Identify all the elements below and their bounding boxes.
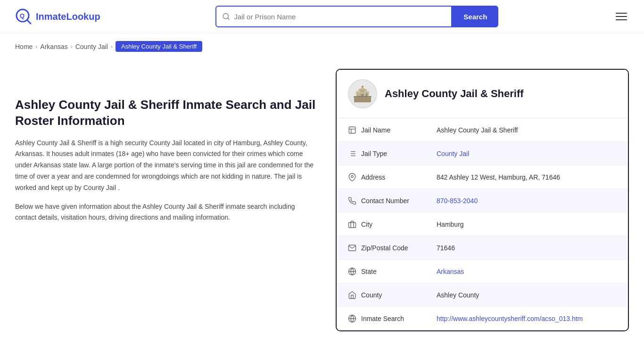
zip-icon [348,244,361,252]
page-title: Ashley County Jail & Sheriff Inmate Sear… [15,97,317,129]
logo-text: InmateLookup [36,11,100,22]
info-card: Ashley County Jail & Sheriff Jail Name A… [336,69,629,331]
svg-line-4 [228,18,229,19]
hamburger-line-1 [616,13,627,14]
svg-rect-15 [358,91,360,97]
zip-label: Zip/Postal Code [361,244,437,252]
breadcrumb-chevron-3: › [111,43,113,50]
search-input-wrap [215,6,452,27]
jail-type-value: County Jail [437,150,617,157]
main-content: Ashley County Jail & Sheriff Inmate Sear… [0,59,644,350]
address-value: 842 Ashley 12 West, Hamburg, AR, 71646 [437,173,617,181]
table-row: State Arkansas [337,260,628,283]
hamburger-menu-button[interactable] [614,11,629,22]
table-row: Address 842 Ashley 12 West, Hamburg, AR,… [337,165,628,189]
breadcrumb-chevron-2: › [71,43,73,50]
breadcrumb-county-jail[interactable]: County Jail [75,43,108,50]
card-title: Ashley County Jail & Sheriff [385,88,524,100]
city-icon [348,220,361,229]
state-icon [348,267,361,276]
svg-rect-17 [368,91,370,97]
state-label: State [361,268,437,275]
hamburger-line-2 [616,16,627,17]
inmate-search-value: http://www.ashleycountysheriff.com/acso_… [437,315,617,322]
svg-rect-14 [356,91,357,97]
jail-type-link[interactable]: County Jail [437,150,469,157]
jail-type-icon [348,149,361,158]
svg-rect-18 [354,96,372,97]
inmate-search-label: Inmate Search [361,315,437,322]
state-value: Arkansas [437,268,617,275]
info-table: Jail Name Ashley County Jail & Sheriff J… [337,118,628,330]
contact-number-value: 870-853-2040 [437,197,617,205]
breadcrumb-home[interactable]: Home [15,43,33,50]
svg-rect-12 [362,87,363,90]
jail-name-icon [348,126,361,134]
svg-rect-19 [349,127,355,133]
breadcrumb-arkansas[interactable]: Arkansas [40,43,67,50]
inmate-search-icon [348,314,361,323]
search-input[interactable] [234,13,446,21]
breadcrumb-chevron-1: › [35,43,37,50]
jail-name-value: Ashley County Jail & Sheriff [437,126,617,134]
svg-marker-13 [361,85,364,87]
search-button[interactable]: Search [452,6,498,27]
logo[interactable]: Q InmateLookup [15,8,100,25]
city-label: City [361,221,437,228]
table-row: Inmate Search http://www.ashleycountyshe… [337,307,628,330]
contact-number-link[interactable]: 870-853-2040 [437,197,478,205]
table-row: Jail Type County Jail [337,142,628,165]
search-bar: Search [215,6,498,27]
jail-avatar [348,79,377,108]
svg-rect-29 [349,222,356,228]
table-row: County Ashley County [337,283,628,307]
svg-rect-16 [364,91,366,97]
logo-icon: Q [15,8,32,25]
county-label: County [361,291,437,299]
table-row: Contact Number 870-853-2040 [337,189,628,213]
jail-building-icon [352,83,373,104]
state-link[interactable]: Arkansas [437,268,464,275]
city-value: Hamburg [437,221,617,228]
phone-icon [348,197,361,205]
inmate-search-link[interactable]: http://www.ashleycountysheriff.com/acso_… [437,315,583,322]
left-column: Ashley County Jail & Sheriff Inmate Sear… [15,69,317,231]
search-icon [222,12,230,21]
zip-value: 71646 [437,244,617,252]
site-header: Q InmateLookup Search [0,0,644,33]
svg-text:Q: Q [20,12,25,19]
county-icon [348,291,361,299]
breadcrumb: Home › Arkansas › County Jail › Ashley C… [0,33,644,59]
table-row: Zip/Postal Code 71646 [337,236,628,260]
county-value: Ashley County [437,291,617,299]
right-column: Ashley County Jail & Sheriff Jail Name A… [336,69,629,331]
address-label: Address [361,173,437,181]
svg-line-1 [27,20,31,24]
card-header: Ashley County Jail & Sheriff [337,70,628,118]
contact-number-label: Contact Number [361,197,437,205]
breadcrumb-current: Ashley County Jail & Sheriff [116,41,202,52]
page-description-1: Ashley County Jail & Sheriff is a high s… [15,138,317,194]
page-description-2: Below we have given information about th… [15,201,317,224]
table-row: Jail Name Ashley County Jail & Sheriff [337,118,628,142]
svg-point-28 [351,175,354,178]
hamburger-line-3 [616,19,627,20]
jail-name-label: Jail Name [361,126,437,134]
table-row: City Hamburg [337,213,628,236]
address-icon [348,173,361,181]
jail-type-label: Jail Type [361,150,437,157]
